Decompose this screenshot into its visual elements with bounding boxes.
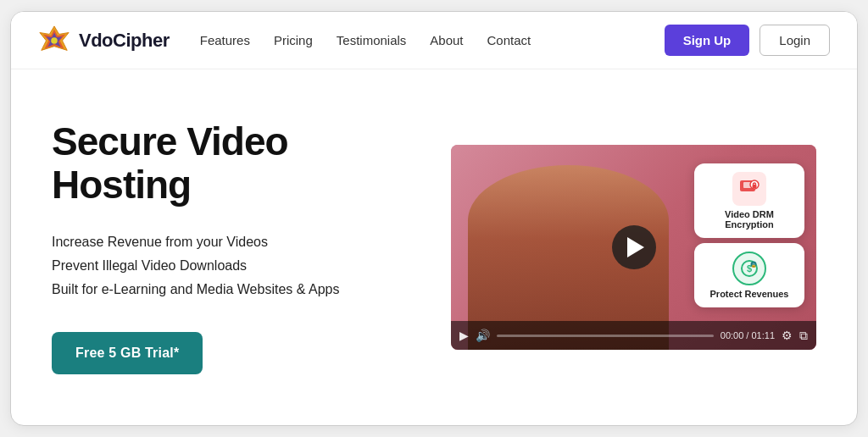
card-drm: Video DRM Encryption	[694, 163, 804, 238]
card-drm-label: Video DRM Encryption	[706, 209, 793, 230]
card-revenue-label: Protect Revenues	[710, 289, 789, 299]
progress-bar[interactable]	[497, 335, 714, 337]
nav-link-contact[interactable]: Contact	[487, 33, 531, 47]
feature-item-1: Increase Revenue from your Videos	[52, 230, 417, 254]
revenue-icon: $ 🔒	[732, 252, 766, 285]
nav-actions: Sign Up Login	[665, 25, 830, 56]
hero-features: Increase Revenue from your Videos Preven…	[52, 230, 417, 301]
play-button[interactable]	[612, 225, 656, 269]
logo-area[interactable]: VdoCipher	[38, 25, 170, 57]
play-icon	[627, 237, 644, 257]
settings-icon[interactable]: ⚙	[782, 329, 793, 342]
svg-text:🔒: 🔒	[751, 263, 757, 268]
hero-section: Secure Video Hosting Increase Revenue fr…	[11, 69, 857, 425]
nav-links: Features Pricing Testimonials About Cont…	[200, 33, 665, 47]
feature-item-2: Prevent Illegal Video Downloads	[52, 254, 417, 278]
nav-link-about[interactable]: About	[430, 33, 463, 47]
nav-link-pricing[interactable]: Pricing	[274, 33, 313, 47]
feature-item-3: Built for e-Learning and Media Websites …	[52, 278, 417, 301]
hero-right: Video DRM Encryption $ 🔒 Protect Revenue…	[451, 145, 816, 350]
logo-icon	[38, 25, 70, 57]
signup-button[interactable]: Sign Up	[665, 25, 750, 56]
svg-rect-7	[753, 185, 757, 188]
page-wrapper: VdoCipher Features Pricing Testimonials …	[10, 11, 858, 426]
trial-button[interactable]: Free 5 GB Trial*	[52, 332, 203, 374]
hero-title: Secure Video Hosting	[52, 120, 417, 206]
video-player[interactable]: Video DRM Encryption $ 🔒 Protect Revenue…	[451, 145, 816, 350]
video-controls: ▶ 🔊 00:00 / 01:11 ⚙ ⧉	[451, 321, 816, 350]
svg-point-3	[51, 37, 58, 44]
fullscreen-icon[interactable]: ⧉	[799, 329, 808, 343]
drm-icon	[732, 172, 766, 206]
navbar: VdoCipher Features Pricing Testimonials …	[11, 12, 857, 69]
time-display: 00:00 / 01:11	[721, 330, 775, 340]
login-button[interactable]: Login	[760, 25, 830, 56]
volume-icon[interactable]: 🔊	[476, 329, 490, 342]
hero-left: Secure Video Hosting Increase Revenue fr…	[52, 120, 417, 373]
logo-text: VdoCipher	[79, 30, 170, 52]
nav-link-testimonials[interactable]: Testimonials	[337, 33, 407, 47]
nav-link-features[interactable]: Features	[200, 33, 250, 47]
card-revenue: $ 🔒 Protect Revenues	[694, 243, 804, 307]
play-pause-icon[interactable]: ▶	[459, 329, 469, 342]
